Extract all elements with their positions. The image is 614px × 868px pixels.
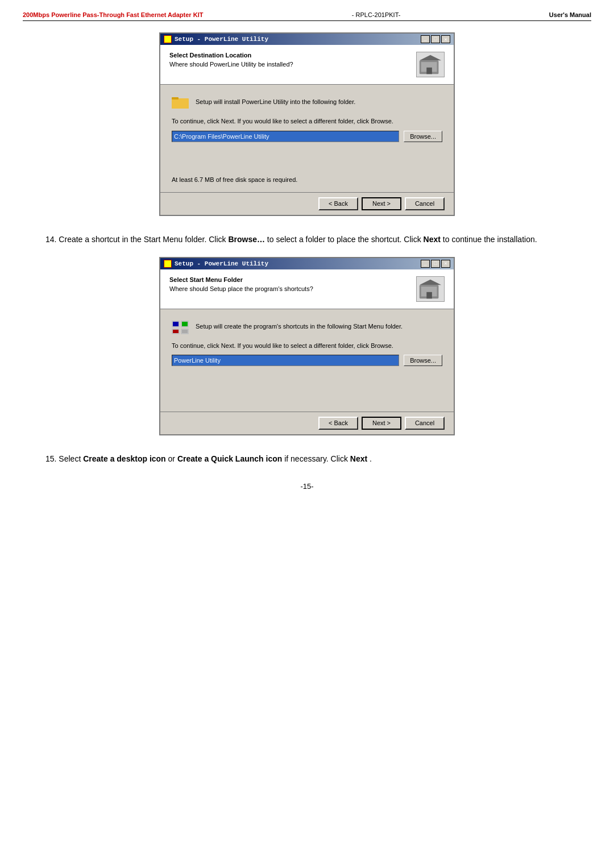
dialog2: Setup - PowerLine Utility _ □ ✕ Select S… (159, 257, 455, 435)
dialog2-title-icon (164, 260, 172, 268)
page-number: -15- (23, 482, 591, 491)
dialog2-body: Select Start Menu Folder Where should Se… (160, 269, 454, 434)
svg-rect-17 (173, 330, 179, 333)
dialog2-close-button[interactable]: ✕ (441, 260, 450, 268)
dialog2-titlebar: Setup - PowerLine Utility _ □ ✕ (160, 258, 454, 269)
dialog1-cancel-button[interactable]: Cancel (405, 197, 445, 210)
dialog2-top-section: Select Start Menu Folder Where should Se… (160, 269, 454, 309)
header-left: 200Mbps Powerline Pass-Through Fast Ethe… (23, 11, 203, 18)
dialog1-title-group: Setup - PowerLine Utility (164, 35, 268, 43)
instruction14-bold1: Browse… (228, 235, 265, 244)
instruction15-text-after: if necessary. Click (284, 454, 350, 463)
dialog2-minimize-button[interactable]: _ (421, 260, 430, 268)
dialog1-folder-row: Setup will install PowerLine Utility int… (172, 94, 442, 110)
instruction14: 14. Create a shortcut in the Start Menu … (45, 233, 569, 246)
svg-marker-9 (420, 280, 441, 285)
minimize-button[interactable]: _ (421, 35, 430, 43)
dialog2-content: Setup will create the program's shortcut… (160, 309, 454, 412)
dialog1-section-title: Select Destination Location (169, 52, 293, 59)
close-button[interactable]: ✕ (441, 35, 450, 43)
dialog2-section-subtitle: Where should Setup place the program's s… (169, 285, 313, 292)
dialog2-folder-row: Setup will create the program's shortcut… (172, 318, 442, 334)
instruction15-number: 15. (45, 454, 56, 463)
instruction15-bold2: Create a Quick Launch icon (177, 454, 282, 463)
instruction14-bold2: Next (424, 235, 441, 244)
dialog1-footer: < Back Next > Cancel (160, 192, 454, 215)
dialog2-path-row: Browse... (172, 355, 442, 366)
dialog2-folder-text: Setup will create the program's shortcut… (196, 322, 403, 331)
svg-rect-5 (172, 99, 189, 109)
dialog1-window-controls: _ □ ✕ (421, 35, 450, 43)
folder-icon (172, 94, 190, 110)
dialog2-section-title: Select Start Menu Folder (169, 276, 313, 283)
dialog1-body: Select Destination Location Where should… (160, 45, 454, 215)
dialog1-browse-button[interactable]: Browse... (404, 131, 442, 142)
dialog2-top-text: Select Start Menu Folder Where should Se… (169, 276, 313, 292)
svg-rect-18 (182, 330, 188, 333)
svg-rect-10 (426, 292, 432, 299)
dialog1-path-input[interactable] (172, 131, 399, 142)
svg-rect-6 (172, 97, 179, 99)
dialog2-cancel-button[interactable]: Cancel (405, 417, 445, 430)
dialog2-continue-text: To continue, click Next. If you would li… (172, 341, 442, 351)
dialog1-path-row: Browse... (172, 131, 442, 142)
dialog2-back-button[interactable]: < Back (318, 417, 358, 430)
dialog1-disk-space: At least 6.7 MB of free disk space is re… (172, 142, 442, 183)
instruction15-text-middle: or (168, 454, 177, 463)
dialog2-logo (416, 276, 445, 302)
instruction14-text-after: to continue the installation. (443, 235, 537, 244)
dialog2-window-controls: _ □ ✕ (421, 260, 450, 268)
header-center: - RPLC-201PKIT- (352, 11, 401, 18)
restore-button[interactable]: □ (431, 35, 440, 43)
dialog2-title-group: Setup - PowerLine Utility (164, 260, 268, 268)
svg-marker-2 (420, 55, 441, 61)
dialog2-title-text: Setup - PowerLine Utility (175, 260, 268, 267)
svg-rect-16 (182, 322, 188, 326)
dialog1: Setup - PowerLine Utility _ □ ✕ Select D… (159, 32, 455, 216)
dialog2-restore-button[interactable]: □ (431, 260, 440, 268)
svg-rect-15 (173, 322, 179, 326)
dialog1-title-text: Setup - PowerLine Utility (175, 36, 268, 43)
dialog1-folder-text: Setup will install PowerLine Utility int… (196, 97, 355, 107)
start-menu-icon (172, 318, 190, 334)
dialog1-title-icon (164, 35, 172, 43)
instruction15: 15. Select Create a desktop icon or Crea… (45, 452, 569, 465)
dialog2-next-button[interactable]: Next > (362, 417, 401, 430)
dialog2-browse-button[interactable]: Browse... (404, 355, 442, 366)
instruction15-text-before: Select (59, 454, 83, 463)
dialog1-back-button[interactable]: < Back (318, 197, 358, 210)
instruction14-text-middle: to select a folder to place the shortcut… (267, 235, 424, 244)
instruction14-text-before: Create a shortcut in the Start Menu fold… (59, 235, 228, 244)
dialog1-logo (416, 52, 445, 77)
dialog1-top-text: Select Destination Location Where should… (169, 52, 293, 68)
dialog1-titlebar: Setup - PowerLine Utility _ □ ✕ (160, 34, 454, 45)
instruction15-text-end: . (370, 454, 372, 463)
instruction15-bold1: Create a desktop icon (83, 454, 166, 463)
dialog1-section-subtitle: Where should PowerLine Utility be instal… (169, 61, 293, 68)
dialog1-next-button[interactable]: Next > (362, 197, 401, 210)
dialog1-content: Setup will install PowerLine Utility int… (160, 85, 454, 192)
page-header: 200Mbps Powerline Pass-Through Fast Ethe… (23, 11, 591, 21)
header-right: User's Manual (549, 11, 591, 18)
instruction14-number: 14. (45, 235, 56, 244)
svg-rect-3 (426, 68, 432, 74)
dialog2-footer: < Back Next > Cancel (160, 412, 454, 434)
dialog1-top-section: Select Destination Location Where should… (160, 45, 454, 85)
instruction15-bold3: Next (350, 454, 367, 463)
dialog1-continue-text: To continue, click Next. If you would li… (172, 117, 442, 126)
dialog2-path-input[interactable] (172, 355, 399, 366)
